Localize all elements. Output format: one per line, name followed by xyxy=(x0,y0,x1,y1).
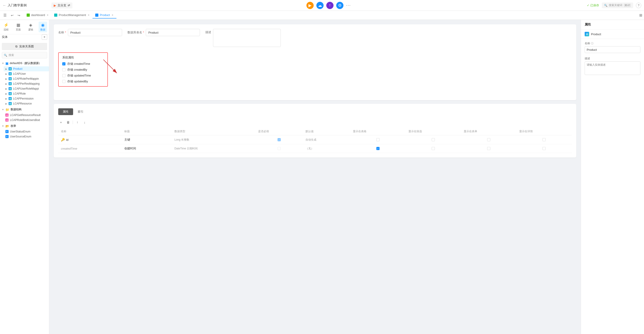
rp-desc-textarea[interactable] xyxy=(585,62,640,75)
publish-button[interactable]: ↑ xyxy=(326,2,334,9)
sidebar-search[interactable]: 🔍 搜索 xyxy=(2,52,47,58)
tree-item-lcaprolepermap[interactable]: ▶ ⊞ LCAPRolePerMappin xyxy=(4,76,49,81)
id-show-table-checkbox[interactable] xyxy=(376,138,380,141)
rp-name-input[interactable] xyxy=(585,46,640,53)
id-show-filter-checkbox[interactable] xyxy=(432,138,435,141)
field-label-id: 主键 xyxy=(124,138,130,141)
col-header-show-form: 显示在表单 xyxy=(461,128,516,136)
createdtime-show-detail-checkbox[interactable] xyxy=(542,147,546,150)
tree-item-product[interactable]: ▶ ⊞ Product xyxy=(4,66,49,71)
deploy-button[interactable]: ⚙ xyxy=(336,2,344,9)
createdtime-show-form-checkbox[interactable] xyxy=(487,147,490,150)
tab-productmanagement[interactable]: ProductManagement × xyxy=(52,12,92,18)
entity-dbtable-input[interactable] xyxy=(146,29,200,36)
move-up-button[interactable]: ↑ xyxy=(75,120,80,125)
global-search[interactable]: 🔍 搜索关键词 ⌘+F xyxy=(602,2,633,8)
sidebar-nav: ⚡ 流程 ▦ 页面 ◈ 逻辑 ◉ 数据 xyxy=(0,20,49,34)
id-required-checkbox[interactable]: ✓ xyxy=(278,138,281,141)
check-icon: ✓ xyxy=(587,4,590,7)
sidebar-search-placeholder: 搜索 xyxy=(8,53,14,57)
save-status: ✓ 已保存 xyxy=(587,4,599,8)
tab-close-dashboard[interactable]: × xyxy=(46,14,49,17)
tree-item-lcaprole[interactable]: ▶ ⊞ LCAPRole xyxy=(4,91,49,96)
back-button[interactable]: ← xyxy=(3,4,6,8)
sys-attr-checkbox-1[interactable] xyxy=(62,68,66,71)
table-body: 🔑 id 主键 Long 长整数 ✓ xyxy=(58,136,572,153)
entity-desc-label: 描述 xyxy=(205,30,211,34)
tree-section-datastructure-header[interactable]: ▼ 📁 数据结构 xyxy=(0,106,49,112)
tree-item-lcapperres[interactable]: ▶ ⊞ LCAPPerResMapping xyxy=(4,81,49,86)
tree-item-userstatusenum[interactable]: E UserStatusEnum xyxy=(4,129,49,134)
tree-section-defaultds-header[interactable]: ▼ ▣ defaultDS（默认数据源） xyxy=(0,60,49,66)
tab-close-productmanagement[interactable]: × xyxy=(87,14,90,17)
col-header-type: 数据类型 xyxy=(172,128,256,136)
help-button[interactable]: ? xyxy=(636,3,641,8)
move-down-button[interactable]: ↓ xyxy=(82,120,87,125)
undo-button[interactable]: ↩ xyxy=(9,12,15,18)
tab-label-product: Product xyxy=(100,13,110,17)
lcapuser-icon: ⊞ xyxy=(8,72,12,76)
sys-attr-checkbox-0[interactable]: ✓ xyxy=(62,62,66,66)
sys-attr-item-1: 存储 createdBy xyxy=(62,68,104,72)
tab-product[interactable]: Product × xyxy=(92,12,116,18)
branch-swap-icon: ⇄ xyxy=(68,4,70,7)
field-type-id: Long 长整数 xyxy=(174,138,189,141)
tree-item-lcappermission[interactable]: ▶ ⊞ LCAPPermission xyxy=(4,96,49,101)
sys-attr-label-1: 存储 createdBy xyxy=(67,68,87,72)
sidebar-toggle-button[interactable]: ☰ xyxy=(2,12,8,18)
right-panel-form: 名称 ⓘ 描述 xyxy=(581,39,644,82)
id-show-detail-checkbox[interactable] xyxy=(542,138,546,141)
sidebar-tree: ▼ ▣ defaultDS（默认数据源） ▶ ⊞ Product ▶ ⊞ LCA… xyxy=(0,60,49,334)
redo-button[interactable]: ↪ xyxy=(16,12,22,18)
sys-attr-checkbox-2[interactable] xyxy=(62,74,66,77)
product-entity-icon: ⊞ xyxy=(8,67,12,70)
tree-section-datastructure-label: 数据结构 xyxy=(10,108,22,112)
tab-close-product[interactable]: × xyxy=(111,14,114,17)
tab-dashboard[interactable]: dashboard × xyxy=(24,12,52,18)
sidebar: ⚡ 流程 ▦ 页面 ◈ 逻辑 ◉ 数据 实体 + ⧉ 实体关系图 xyxy=(0,20,49,334)
flow-icon: ⚡ xyxy=(4,22,8,28)
tab-index[interactable]: 索引 xyxy=(73,108,88,115)
tree-section-enum-children: E UserStatusEnum E UserSourceEnum xyxy=(0,129,49,139)
right-panel-toggle[interactable]: ⊞ xyxy=(639,13,642,18)
tree-item-lcapuser[interactable]: ▶ ⊞ LCAPUser xyxy=(4,71,49,76)
createdtime-show-table-checkbox[interactable]: ✓ xyxy=(376,147,380,150)
sidebar-nav-logic[interactable]: ◈ 逻辑 xyxy=(26,22,35,32)
sidebar-nav-page[interactable]: ▦ 页面 xyxy=(14,22,22,32)
add-row-button[interactable]: + xyxy=(58,120,64,125)
createdtime-required-checkbox[interactable] xyxy=(278,147,281,150)
topbar: ← 入门教学案例 ▶ 主分支 ⇄ ▶ ☁ ↑ ⚙ ··· ✓ 已保存 🔍 搜索关… xyxy=(0,0,644,11)
more-options-button[interactable]: ··· xyxy=(346,3,351,8)
delete-row-button[interactable]: 🗑 xyxy=(66,120,71,125)
sidebar-nav-data[interactable]: ◉ 数据 xyxy=(38,22,47,32)
entity-name-input[interactable] xyxy=(68,29,122,36)
sys-attr-label-0: 存储 createdTime xyxy=(67,62,90,66)
entity-desc-textarea[interactable] xyxy=(213,29,281,47)
add-entity-button[interactable]: + xyxy=(42,34,47,40)
tree-item-lcapuserrole[interactable]: ▶ ⊞ LCAPUserRoleMappi xyxy=(4,86,49,91)
cell-createdtime-showfilter xyxy=(406,144,461,153)
sidebar-nav-flow[interactable]: ⚡ 流程 xyxy=(2,22,10,32)
sys-attr-checkbox-3[interactable] xyxy=(62,80,66,83)
play-button[interactable]: ▶ xyxy=(306,2,314,9)
entity-dbtable-field: 数据库表名 * xyxy=(128,29,200,36)
cell-createdtime-showdetail xyxy=(516,144,572,153)
table-toolbar: + 🗑 ↑ ↓ xyxy=(58,119,572,126)
entity-diagram-button[interactable]: ⧉ 实体关系图 xyxy=(2,43,47,50)
entity-section-label: 实体 xyxy=(2,35,8,39)
cloud-button[interactable]: ☁ xyxy=(316,2,324,9)
cell-id-default: 自动生成 xyxy=(303,136,350,144)
tree-item-lcapresource[interactable]: ▶ ⊞ LCAPResource xyxy=(4,101,49,106)
createdtime-show-filter-checkbox[interactable] xyxy=(432,147,435,150)
tree-section-enum: ▼ 📂 枚举 E UserStatusEnum E UserSourceEnum xyxy=(0,123,49,139)
tree-item-lcapbindusers[interactable]: ⊞ LCAPRoleBindUsersBod xyxy=(4,118,49,122)
rp-name-info-icon[interactable]: ⓘ xyxy=(591,42,594,45)
tree-item-usersourceenum[interactable]: E UserSourceEnum xyxy=(4,134,49,139)
id-show-form-checkbox[interactable] xyxy=(487,138,490,141)
tab-label-dashboard: dashboard xyxy=(31,13,45,17)
tab-attr[interactable]: 属性 xyxy=(58,108,73,115)
tree-item-lcapgetresource[interactable]: ⊞ LCAPGetResourceResult xyxy=(4,112,49,118)
nav-actions: ↩ ↪ xyxy=(9,12,22,18)
branch-selector[interactable]: ▶ 主分支 ⇄ xyxy=(52,2,72,8)
tree-section-enum-header[interactable]: ▼ 📂 枚举 xyxy=(0,123,49,129)
